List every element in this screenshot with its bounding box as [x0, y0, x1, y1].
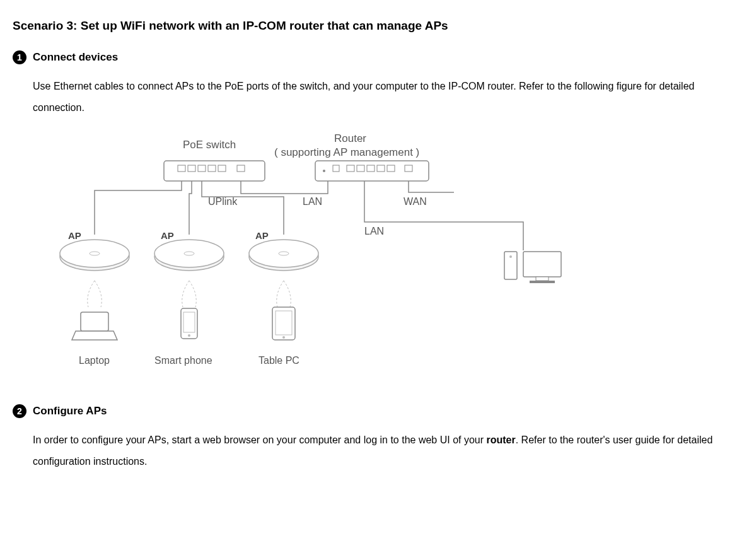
smartphone-icon: [181, 308, 197, 339]
scenario-title: Scenario 3: Set up WiFi network with an …: [13, 19, 736, 33]
step-1-header: 1 Connect devices: [13, 50, 736, 64]
smartphone-label: Smart phone: [154, 355, 212, 366]
ap-icon-1: [60, 240, 129, 271]
step-1-description: Use Ethernet cables to connect APs to th…: [33, 76, 736, 118]
poe-switch-label: PoE switch: [183, 139, 236, 151]
svg-point-8: [323, 170, 325, 172]
lan-label-switch: LAN: [303, 196, 322, 207]
ap-label-2: AP: [161, 230, 174, 241]
wan-label: WAN: [404, 196, 427, 207]
router-label-2: ( supporting AP management ): [274, 146, 419, 158]
step-number-1: 1: [13, 50, 26, 64]
step-2-title: Configure APs: [33, 404, 107, 418]
desktop-pc-icon: [504, 252, 561, 283]
tablet-label: Table PC: [258, 355, 299, 366]
svg-rect-7: [315, 161, 429, 181]
svg-point-20: [154, 240, 224, 267]
svg-point-23: [249, 240, 318, 267]
svg-rect-25: [81, 312, 108, 331]
step-2-header: 2 Configure APs: [13, 404, 736, 418]
svg-rect-34: [523, 252, 561, 277]
step-2-desc-p1: In order to configure your APs, start a …: [33, 435, 486, 445]
router-label-1: Router: [334, 132, 366, 144]
svg-point-28: [188, 334, 190, 337]
step-2-desc-bold: router: [486, 435, 515, 445]
step-1-title: Connect devices: [33, 50, 118, 64]
ap-icon-3: [249, 240, 318, 271]
uplink-label: UPlink: [208, 196, 238, 207]
svg-rect-36: [530, 281, 555, 283]
ap-label-1: AP: [68, 230, 81, 241]
svg-point-31: [282, 336, 285, 339]
laptop-label: Laptop: [79, 355, 110, 366]
svg-rect-35: [536, 277, 549, 281]
lan-label-pc: LAN: [364, 226, 384, 236]
ap-label-3: AP: [255, 230, 269, 241]
tablet-icon: [272, 307, 295, 340]
network-diagram: PoE switch Router ( supporting AP manage…: [50, 131, 736, 385]
poe-switch-icon: [164, 161, 265, 181]
svg-rect-0: [164, 161, 265, 181]
svg-point-33: [509, 255, 512, 258]
step-2-description: In order to configure your APs, start a …: [33, 429, 736, 472]
router-icon: [315, 161, 429, 181]
laptop-icon: [72, 312, 117, 340]
svg-point-17: [60, 240, 129, 267]
ap-icon-2: [154, 240, 224, 271]
step-number-2: 2: [13, 404, 26, 418]
